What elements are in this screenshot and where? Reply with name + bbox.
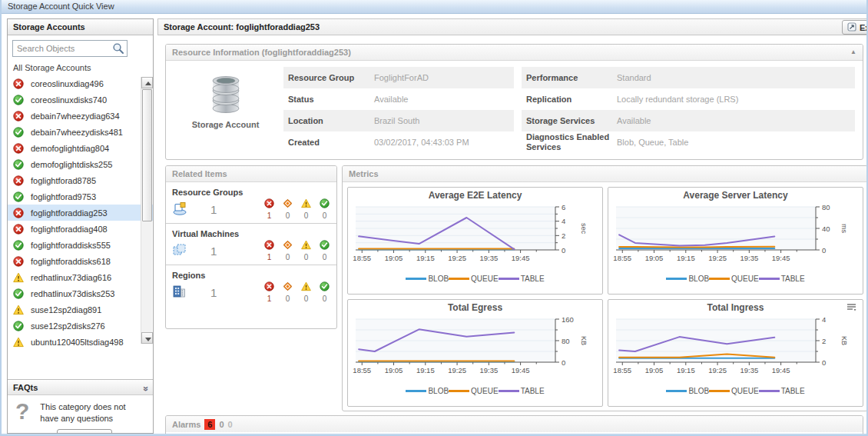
legend-item: TABLE: [759, 387, 805, 395]
storage-account-name: suse12sp2diag891: [31, 305, 101, 315]
regions-icon: [172, 285, 190, 300]
storage-account-list-item[interactable]: foglightforad8785: [8, 172, 153, 188]
main-header: Storage Account: foglightforaddiag253 Ex…: [157, 18, 868, 35]
legend-item: BLOB: [406, 387, 449, 395]
warning-status-icon: [13, 337, 24, 348]
storage-account-list-item[interactable]: foglightforaddiag253: [8, 205, 153, 221]
metrics-title: Metrics: [349, 169, 379, 178]
window-titlebar: Storage Account Quick View: [2, 0, 866, 14]
field-value: Standard: [612, 73, 855, 82]
svg-text:KB: KB: [580, 336, 588, 345]
warning-count[interactable]: 0: [304, 253, 309, 261]
fatal-count[interactable]: 1: [267, 211, 272, 220]
vertical-scrollbar[interactable]: [141, 77, 152, 344]
storage-account-list-item[interactable]: coreoslinuxdiag496: [8, 75, 153, 92]
related-item-count[interactable]: 1: [210, 245, 217, 258]
explore-label: Explore: [860, 23, 868, 32]
normal-status-icon: [320, 198, 330, 210]
resource-field-row: Resource GroupFoglightForAD: [283, 67, 514, 88]
collapse-arrow-icon[interactable]: ▲: [850, 49, 856, 55]
sidebar: Storage Accounts All Storage Accounts co…: [7, 18, 154, 434]
warning-count[interactable]: 0: [304, 211, 309, 220]
svg-text:18:55: 18:55: [613, 366, 631, 374]
svg-text:19:05: 19:05: [645, 366, 664, 374]
faqts-message: This category does not have any question…: [40, 401, 140, 424]
storage-account-name: redhatlinux73disks253: [31, 289, 114, 298]
field-label: Created: [283, 138, 369, 147]
critical-count[interactable]: 0: [286, 253, 290, 261]
metrics-header: Metrics: [343, 166, 867, 182]
storage-account-list-item[interactable]: redhatlinux73disks253: [8, 285, 153, 301]
explore-icon: [847, 22, 856, 33]
warning-alarm-count[interactable]: 0: [228, 420, 233, 429]
svg-text:19:05: 19:05: [385, 254, 403, 262]
fatal-count[interactable]: 1: [267, 295, 272, 303]
storage-account-quick-view-window: Storage Account Quick View Storage Accou…: [0, 0, 868, 436]
normal-count[interactable]: 0: [323, 211, 327, 220]
storage-account-list-item[interactable]: coreoslinuxdisks740: [8, 92, 153, 108]
critical-count[interactable]: 0: [286, 295, 290, 303]
storage-account-list-item[interactable]: suse12sp2disks276: [8, 318, 153, 334]
related-item-regions: Regions11000: [166, 265, 336, 306]
svg-text:ms: ms: [840, 224, 848, 233]
normal-count[interactable]: 0: [323, 295, 327, 303]
resource-fields-left: Resource GroupFoglightForADStatusAvailab…: [283, 67, 514, 153]
scroll-down-button[interactable]: [141, 332, 153, 344]
storage-account-list-item[interactable]: foglightforaddisks618: [8, 253, 153, 269]
warning-status-icon: [301, 281, 311, 293]
warning-count[interactable]: 0: [304, 295, 309, 303]
svg-text:19:35: 19:35: [740, 366, 758, 374]
field-value: Available: [369, 95, 514, 104]
storage-account-list: coreoslinuxdiag496coreoslinuxdisks740deb…: [8, 75, 153, 350]
search-input[interactable]: [12, 40, 128, 57]
critical-count[interactable]: 0: [286, 211, 290, 220]
legend-item: BLOB: [666, 387, 709, 395]
svg-text:40: 40: [822, 225, 830, 233]
storage-account-list-item[interactable]: ubuntu120405ltsdiag498: [8, 334, 153, 350]
storage-account-list-item[interactable]: debain7wheezydiag634: [8, 108, 153, 124]
storage-account-list-item[interactable]: foglightforaddiag408: [8, 221, 153, 237]
svg-text:19:25: 19:25: [448, 366, 466, 374]
scrollbar-thumb[interactable]: [142, 89, 152, 221]
svg-text:19:35: 19:35: [740, 254, 758, 262]
metrics-panel: Metrics Average E2E Latency 18:5519:0519…: [342, 165, 868, 411]
question-mark-icon: ?: [15, 401, 29, 424]
all-storage-accounts-link[interactable]: All Storage Accounts: [8, 57, 153, 75]
scroll-up-button[interactable]: [141, 77, 153, 88]
storage-account-list-item[interactable]: demofoglightdisks255: [8, 156, 153, 172]
storage-account-list-item[interactable]: demofoglightdiag804: [8, 140, 153, 156]
chart-plot: 18:5519:0519:1519:2519:3519:45024KB: [608, 313, 863, 388]
related-item-count[interactable]: 1: [210, 203, 217, 216]
storage-account-list-item[interactable]: suse12sp2diag891: [8, 301, 153, 318]
alarms-panel: Alarms 6 0 0: [165, 415, 863, 434]
fatal-count[interactable]: 1: [267, 253, 272, 261]
collapse-chevron-icon[interactable]: »: [138, 386, 150, 391]
storage-account-list-item[interactable]: debain7wheezydisks481: [8, 124, 153, 140]
svg-text:sec: sec: [580, 223, 588, 235]
critical-alarm-count[interactable]: 0: [219, 420, 224, 429]
related-item-count[interactable]: 1: [210, 286, 217, 299]
fatal-status-icon: [13, 111, 24, 121]
field-label: Replication: [522, 95, 612, 105]
storage-account-list-item[interactable]: redhatlinux73diag616: [8, 269, 153, 285]
fatal-alarm-count-badge[interactable]: 6: [204, 419, 215, 430]
legend-item: QUEUE: [709, 387, 759, 395]
svg-text:160: 160: [562, 315, 574, 324]
search-icon[interactable]: [112, 42, 124, 56]
storage-account-name: demofoglightdiag804: [31, 144, 109, 153]
explore-button[interactable]: Explore: [842, 20, 868, 35]
field-value: Blob, Queue, Table: [612, 138, 855, 147]
warning-status-icon: [13, 272, 24, 283]
chart-options-icon[interactable]: [846, 303, 856, 313]
svg-text:19:15: 19:15: [416, 254, 435, 262]
normal-count[interactable]: 0: [323, 253, 327, 261]
page-title: Storage Account: foglightforaddiag253: [164, 22, 320, 32]
svg-text:19:25: 19:25: [448, 254, 466, 262]
storage-account-list-item[interactable]: foglightforad9753: [8, 188, 153, 205]
fatal-status-icon: [264, 240, 274, 251]
svg-text:19:35: 19:35: [479, 366, 498, 374]
resource-information-body: Storage Account Resource GroupFoglightFo…: [166, 61, 863, 153]
field-label: Resource Group: [283, 73, 369, 82]
resource-field-row: ReplicationLocally redundant storage (LR…: [522, 88, 855, 110]
storage-account-list-item[interactable]: foglightforaddisks555: [8, 237, 153, 253]
